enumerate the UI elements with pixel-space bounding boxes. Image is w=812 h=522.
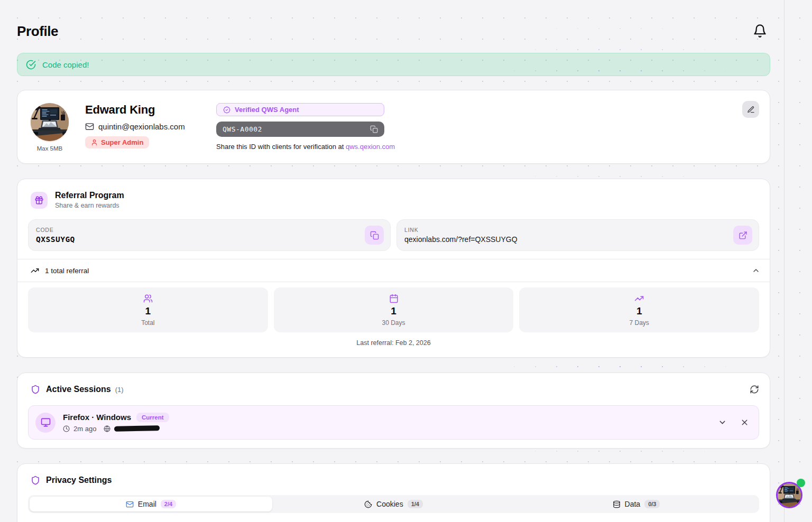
link-label: LINK [404,227,733,233]
trending-up-icon [31,266,39,275]
role-badge: Super Admin [85,136,149,148]
user-icon [91,139,98,146]
tab-count-badge: 1/4 [408,500,423,508]
session-device: Firefox · Windows [63,413,131,422]
clock-icon [63,425,70,432]
tab-count-badge: 2/4 [161,500,176,508]
verified-agent-badge: Verified QWS Agent [216,103,384,116]
trending-up-icon [634,294,644,303]
referral-program-card: Referral Program Share & earn rewards CO… [17,179,770,358]
share-id-hint: Share this ID with clients for verificat… [216,143,384,151]
stat-value: 1 [145,305,151,317]
session-time: 2m ago [73,425,96,433]
stat-value: 1 [636,305,642,317]
avatar-size-hint: Max 5MB [31,145,69,152]
tab-label: Data [625,500,641,508]
banner-text: Code copied! [42,60,89,69]
gift-icon [31,192,48,209]
page-title: Profile [17,23,58,40]
profile-avatar[interactable] [31,103,69,141]
stat-label: 7 Days [630,319,649,327]
refresh-icon[interactable] [750,385,759,394]
session-ip-redacted [114,425,160,432]
globe-icon [104,425,110,432]
sessions-count: (1) [115,386,124,394]
tab-count-badge: 0/3 [644,500,660,508]
edit-profile-button[interactable] [742,101,759,118]
chevron-up-icon [752,266,760,275]
profile-card: Max 5MB Edward King quintin@qexionlabs.c… [17,90,770,164]
privacy-tabbar: Email 2/4 Cookies 1/4 Data 0/3 [28,495,759,513]
referral-title: Referral Program [55,191,124,200]
tab-label: Cookies [376,500,403,508]
bell-icon[interactable] [753,24,767,38]
active-sessions-card: Active Sessions (1) Firefox · Windows Cu… [17,372,770,449]
copy-icon[interactable] [370,125,378,133]
mail-icon [85,122,94,131]
shield-icon [31,385,40,394]
referral-summary-text: 1 total referral [45,267,89,275]
open-link-button[interactable] [733,226,752,245]
chevron-down-icon[interactable] [718,418,727,427]
agent-id-field[interactable]: QWS-A0002 [216,122,384,137]
monitor-icon [35,413,56,433]
referral-subtitle: Share & earn rewards [55,202,124,209]
referral-link-value: qexionlabs.com/?ref=QXSSUYGQ [404,235,733,244]
tab-cookies[interactable]: Cookies 1/4 [272,497,515,511]
user-name: Edward King [85,103,199,117]
stat-card-7-days: 1 7 Days [519,287,759,332]
toast-success-banner: Code copied! [17,53,770,76]
agent-id-value: QWS-A0002 [223,125,262,133]
privacy-settings-card: Privacy Settings Email 2/4 Cookies 1/4 D… [17,463,770,522]
verification-link[interactable]: qws.qexion.com [346,143,395,151]
session-current-badge: Current [136,413,169,422]
tab-data[interactable]: Data 0/3 [515,497,758,511]
session-row[interactable]: Firefox · Windows Current 2m ago [28,405,759,440]
copy-code-button[interactable] [365,226,384,245]
code-label: CODE [36,227,365,233]
privacy-title: Privacy Settings [46,476,112,485]
referral-summary-toggle[interactable]: 1 total referral [17,259,770,282]
online-status-dot [797,479,805,487]
tab-email[interactable]: Email 2/4 [30,497,272,511]
check-circle-icon [26,60,36,70]
stat-value: 1 [391,305,396,317]
pencil-icon [747,106,755,114]
tab-label: Email [138,500,156,508]
panel-divider [784,0,785,522]
users-icon [143,294,153,303]
calendar-icon [389,294,399,303]
sessions-title: Active Sessions [46,385,111,394]
cookie-icon [364,500,372,508]
external-link-icon [739,231,748,240]
referral-code-field[interactable]: CODE QXSSUYGQ [28,219,391,251]
stat-label: Total [141,319,154,327]
shield-icon [31,476,40,485]
stat-card-30-days: 1 30 Days [274,287,514,332]
user-email: quintin@qexionlabs.com [98,122,185,131]
close-icon[interactable] [740,418,749,427]
floating-user-avatar[interactable] [776,482,802,508]
stat-label: 30 Days [382,319,405,327]
stat-card-total: 1 Total [28,287,268,332]
copy-icon [370,231,379,240]
last-referral-text: Last referral: Feb 2, 2026 [17,339,770,347]
referral-link-field[interactable]: LINK qexionlabs.com/?ref=QXSSUYGQ [396,219,759,251]
mail-icon [126,500,134,508]
referral-code-value: QXSSUYGQ [36,235,365,244]
badge-check-icon [223,106,230,114]
database-icon [613,500,621,508]
